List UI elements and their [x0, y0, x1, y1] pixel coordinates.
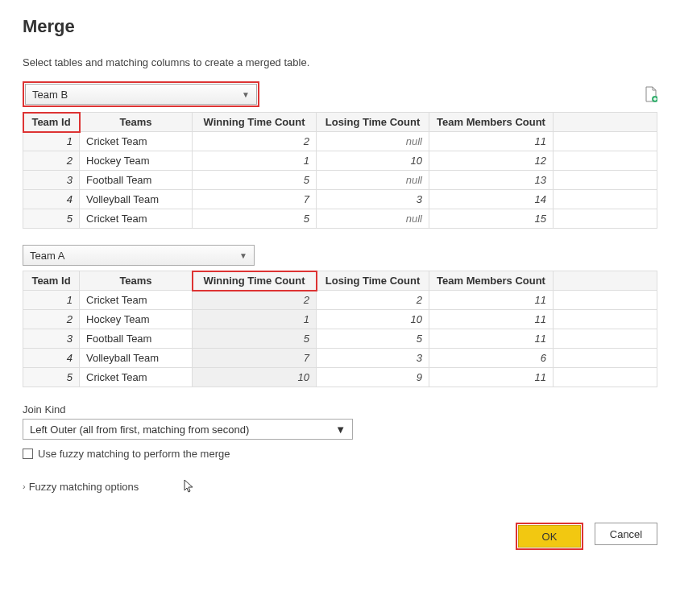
- table2-dropdown-value: Team A: [30, 250, 64, 262]
- join-kind-value: Left Outer (all from first, matching fro…: [30, 424, 249, 436]
- table1-col-losing[interactable]: Losing Time Count: [317, 113, 429, 132]
- table1-header-row: Team Id Teams Winning Time Count Losing …: [23, 113, 657, 132]
- cursor-icon: [184, 479, 195, 494]
- fuzzy-options-expander[interactable]: › Fuzzy matching options: [23, 479, 657, 494]
- table-row[interactable]: 4Volleyball Team736: [23, 349, 657, 368]
- highlight-table1-dropdown: Team B ▼: [23, 81, 259, 107]
- chevron-down-icon: ▼: [335, 424, 346, 436]
- fuzzy-options-label: Fuzzy matching options: [29, 481, 139, 493]
- fuzzy-matching-label: Use fuzzy matching to perform the merge: [38, 448, 230, 460]
- chevron-down-icon: ▼: [242, 90, 250, 99]
- dialog-title: Merge: [23, 16, 657, 37]
- chevron-down-icon: ▼: [239, 251, 247, 260]
- chevron-right-icon: ›: [23, 482, 26, 491]
- table-row[interactable]: 1Cricket Team2211: [23, 291, 657, 310]
- join-kind-label: Join Kind: [23, 403, 657, 415]
- table1-col-winning[interactable]: Winning Time Count: [193, 113, 317, 132]
- table1-col-spacer: [554, 113, 657, 132]
- table-row[interactable]: 2Hockey Team11012: [23, 151, 657, 171]
- table1-body: 1Cricket Team2null11 2Hockey Team11012 3…: [23, 132, 657, 229]
- table-row[interactable]: 1Cricket Team2null11: [23, 132, 657, 151]
- table2-col-team-id[interactable]: Team Id: [23, 271, 80, 291]
- table2-col-spacer: [554, 271, 657, 291]
- cancel-button[interactable]: Cancel: [595, 523, 657, 545]
- dialog-subtitle: Select tables and matching columns to cr…: [23, 56, 657, 68]
- table-row[interactable]: 2Hockey Team11011: [23, 310, 657, 329]
- table2-col-teams[interactable]: Teams: [80, 271, 193, 291]
- table-row[interactable]: 4Volleyball Team7314: [23, 190, 657, 209]
- table-row[interactable]: 5Cricket Team5null15: [23, 209, 657, 229]
- table2-dropdown[interactable]: Team A ▼: [23, 245, 255, 266]
- add-table-icon[interactable]: [645, 86, 657, 102]
- table2-col-losing[interactable]: Losing Time Count: [317, 271, 429, 291]
- table-row[interactable]: 3Football Team5511: [23, 329, 657, 349]
- table1-col-members[interactable]: Team Members Count: [429, 113, 554, 132]
- table1: Team Id Teams Winning Time Count Losing …: [23, 112, 657, 229]
- table1-col-team-id[interactable]: Team Id: [23, 113, 80, 132]
- table2-col-members[interactable]: Team Members Count: [429, 271, 554, 291]
- table-row[interactable]: 5Cricket Team10911: [23, 368, 657, 387]
- highlight-ok-button: OK: [516, 523, 583, 550]
- table2-body: 1Cricket Team2211 2Hockey Team11011 3Foo…: [23, 291, 657, 387]
- table1-dropdown-value: Team B: [32, 89, 68, 101]
- table1-dropdown[interactable]: Team B ▼: [25, 84, 257, 105]
- fuzzy-matching-checkbox[interactable]: [23, 449, 33, 459]
- table-row[interactable]: 3Football Team5null13: [23, 171, 657, 190]
- table1-col-teams[interactable]: Teams: [80, 113, 193, 132]
- table2: Team Id Teams Winning Time Count Losing …: [23, 271, 657, 387]
- ok-button[interactable]: OK: [518, 525, 581, 548]
- join-kind-dropdown[interactable]: Left Outer (all from first, matching fro…: [23, 419, 353, 440]
- table2-col-winning[interactable]: Winning Time Count: [193, 271, 317, 291]
- table2-header-row: Team Id Teams Winning Time Count Losing …: [23, 271, 657, 291]
